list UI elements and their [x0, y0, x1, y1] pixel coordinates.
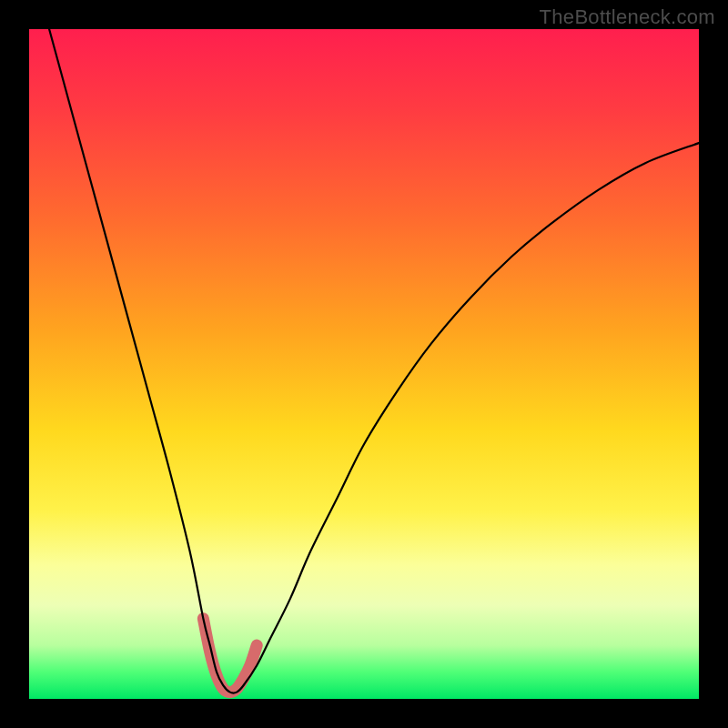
chart-frame: TheBottleneck.com — [0, 0, 728, 728]
curve-path — [49, 29, 699, 693]
chart-svg — [29, 29, 699, 699]
highlight-path — [203, 619, 257, 693]
watermark-text: TheBottleneck.com — [540, 5, 715, 29]
plot-area — [29, 29, 699, 699]
